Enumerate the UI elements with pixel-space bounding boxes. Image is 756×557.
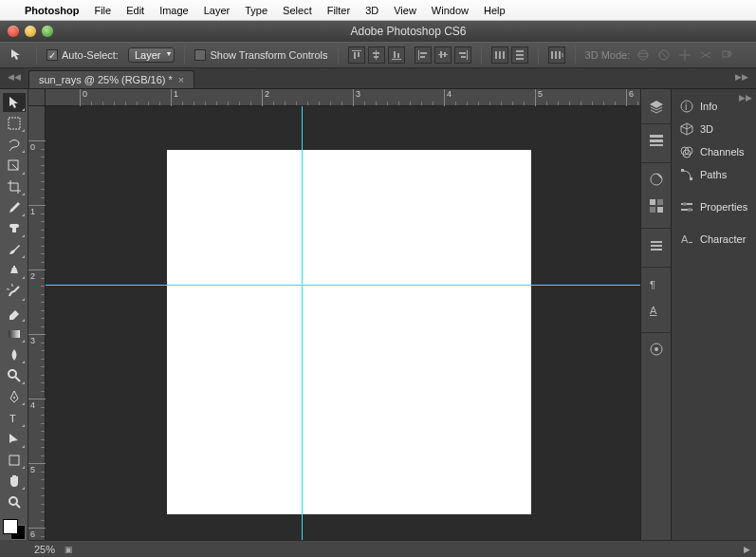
panel-paths[interactable]: Paths: [672, 163, 756, 186]
svg-rect-1: [354, 52, 356, 59]
zoom-level[interactable]: 25%: [34, 544, 55, 555]
auto-select-target-select[interactable]: Layer: [128, 47, 175, 63]
eraser-tool-icon[interactable]: [3, 304, 26, 323]
type-tool-icon[interactable]: T: [3, 408, 26, 427]
ruler-origin[interactable]: [28, 89, 46, 106]
marquee-tool-icon[interactable]: [3, 114, 26, 133]
clone-stamp-tool-icon[interactable]: [3, 261, 26, 280]
guide-horizontal[interactable]: [46, 285, 640, 286]
artboard[interactable]: [167, 150, 531, 514]
svg-rect-19: [499, 51, 501, 59]
gradient-tool-icon[interactable]: [3, 325, 26, 343]
document-tab-label: sun_rays @ 25% (RGB/16) *: [39, 74, 173, 85]
align-left-icon[interactable]: [415, 46, 432, 64]
align-bottom-icon[interactable]: [388, 46, 405, 64]
svg-rect-62: [681, 169, 684, 172]
svg-rect-40: [9, 455, 19, 465]
window-minimize-button[interactable]: [25, 26, 36, 37]
color-swatches[interactable]: [3, 519, 26, 540]
app-menu[interactable]: Photoshop: [25, 5, 79, 16]
align-hcenter-icon[interactable]: [434, 46, 452, 64]
guide-vertical[interactable]: [302, 106, 303, 540]
tab-scroll-left-icon[interactable]: ◀◀: [8, 72, 21, 82]
current-tool-icon[interactable]: [8, 46, 27, 65]
ruler-vertical[interactable]: 0123456: [28, 106, 46, 540]
foreground-color-swatch[interactable]: [3, 519, 18, 534]
align-top-icon[interactable]: [348, 46, 365, 64]
path-selection-tool-icon[interactable]: [3, 430, 26, 449]
status-menu-icon[interactable]: ▶: [744, 545, 750, 554]
tab-scroll-right-icon[interactable]: ▶▶: [735, 72, 748, 82]
blur-tool-icon[interactable]: [3, 345, 26, 364]
pen-tool-icon[interactable]: [3, 387, 26, 406]
svg-text:¶: ¶: [650, 279, 655, 290]
menu-image[interactable]: Image: [159, 5, 189, 16]
ruler-horizontal[interactable]: 01234567: [46, 89, 640, 106]
adjustments-panel-icon[interactable]: [646, 130, 667, 151]
healing-brush-tool-icon[interactable]: [3, 219, 26, 238]
mode3d-slide-icon[interactable]: [698, 47, 713, 63]
window-zoom-button[interactable]: [42, 26, 53, 37]
styles-panel-icon[interactable]: [646, 234, 667, 255]
menu-window[interactable]: Window: [432, 5, 469, 16]
document-tab-strip: ◀◀ sun_rays @ 25% (RGB/16) * × ▶▶: [0, 68, 756, 89]
lasso-tool-icon[interactable]: [3, 135, 26, 154]
hand-tool-icon[interactable]: [3, 472, 26, 491]
window-titlebar: Adobe Photoshop CS6: [0, 21, 756, 42]
distribute-h-icon[interactable]: [491, 46, 508, 64]
brush-tool-icon[interactable]: [3, 240, 26, 259]
color-panel-icon[interactable]: [646, 169, 667, 190]
menu-view[interactable]: View: [394, 5, 416, 16]
menu-3d[interactable]: 3D: [365, 5, 378, 16]
distribute-v-icon[interactable]: [511, 46, 528, 64]
dodge-tool-icon[interactable]: [3, 366, 26, 385]
align-vcenter-icon[interactable]: [368, 46, 385, 64]
mode3d-pan-icon[interactable]: [677, 47, 692, 63]
window-close-button[interactable]: [8, 26, 19, 37]
auto-select-checkbox[interactable]: Auto-Select:: [46, 49, 119, 61]
panel-3d[interactable]: 3D: [672, 118, 756, 140]
show-transform-checkbox[interactable]: Show Transform Controls: [194, 49, 327, 61]
svg-rect-13: [440, 51, 442, 58]
history-panel-icon[interactable]: [646, 339, 667, 360]
panel-label: Channels: [700, 146, 744, 158]
align-buttons: [348, 46, 405, 64]
menu-filter[interactable]: Filter: [327, 5, 350, 16]
align-to-options-icon[interactable]: [548, 46, 565, 64]
align-right-icon[interactable]: [454, 46, 471, 64]
panel-label: 3D: [700, 123, 713, 135]
move-tool-icon[interactable]: [3, 93, 26, 112]
menu-layer[interactable]: Layer: [204, 5, 230, 16]
crop-tool-icon[interactable]: [3, 177, 26, 196]
panel-collapse-icon[interactable]: ▶▶: [739, 93, 752, 102]
magic-wand-tool-icon[interactable]: [3, 156, 26, 175]
menu-file[interactable]: File: [94, 5, 111, 16]
menu-edit[interactable]: Edit: [126, 5, 144, 16]
svg-text:i: i: [685, 101, 687, 112]
mode3d-roll-icon[interactable]: [656, 47, 672, 63]
menu-type[interactable]: Type: [245, 5, 267, 16]
character-panel-icon[interactable]: A: [646, 300, 667, 321]
swatches-panel-icon[interactable]: [646, 195, 667, 216]
document-tab[interactable]: sun_rays @ 25% (RGB/16) * ×: [28, 70, 194, 88]
svg-text:A: A: [681, 233, 689, 245]
history-brush-tool-icon[interactable]: [3, 282, 26, 301]
panel-properties[interactable]: Properties: [672, 195, 756, 218]
shape-tool-icon[interactable]: [3, 451, 26, 470]
panel-label: Paths: [700, 169, 727, 180]
mode3d-zoom-icon[interactable]: [719, 47, 734, 63]
menu-help[interactable]: Help: [484, 5, 506, 16]
mode3d-orbit-icon[interactable]: [636, 47, 651, 63]
document-tab-close-icon[interactable]: ×: [178, 74, 184, 85]
panel-character[interactable]: A Character: [672, 228, 756, 251]
panel-channels[interactable]: Channels: [672, 140, 756, 163]
menu-select[interactable]: Select: [283, 5, 312, 16]
canvas-area[interactable]: 01234567 0123456: [28, 89, 640, 540]
svg-rect-12: [438, 54, 448, 55]
paragraph-panel-icon[interactable]: ¶: [646, 273, 667, 294]
status-popup-icon[interactable]: ▣: [65, 545, 73, 554]
layers-panel-icon[interactable]: [646, 97, 667, 118]
eyedropper-tool-icon[interactable]: [3, 198, 26, 217]
zoom-tool-icon[interactable]: [3, 492, 26, 511]
svg-rect-49: [657, 207, 663, 213]
